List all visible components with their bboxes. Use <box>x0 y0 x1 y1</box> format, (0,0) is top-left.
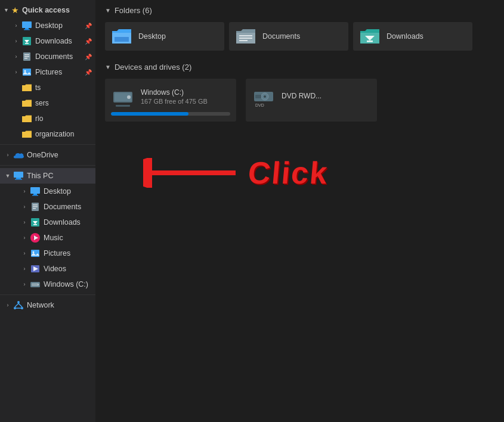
svg-point-58 <box>264 95 266 98</box>
device-item-windows-c[interactable]: Windows (C:) 167 GB free of 475 GB <box>105 79 236 122</box>
progress-fill-windows-c <box>111 112 188 116</box>
chevron-this-pc: ▼ <box>4 173 12 179</box>
svg-rect-48 <box>239 40 248 41</box>
svg-rect-0 <box>22 21 32 28</box>
sidebar-item-music-pc[interactable]: › Music <box>0 230 95 246</box>
folder-item-downloads[interactable]: Downloads <box>353 22 472 51</box>
svg-rect-55 <box>116 105 130 107</box>
device-top-dvd: DVD DVD RWD... <box>252 85 371 108</box>
device-icon-dvd: DVD <box>252 85 276 108</box>
onedrive-label: OneDrive <box>27 151 92 159</box>
quick-access-star-icon: ★ <box>11 5 19 15</box>
arrow-container: Click <box>143 155 328 191</box>
folder-item-desktop[interactable]: Desktop <box>105 22 224 51</box>
svg-point-54 <box>127 95 131 99</box>
chevron-music-pc: › <box>20 235 29 241</box>
device-name-windows-c: Windows (C:) <box>141 88 230 97</box>
folder-icon-item5 <box>21 82 32 93</box>
music-pc-icon <box>30 232 41 243</box>
folder-downloads-name: Downloads <box>386 32 423 41</box>
sidebar-item-windows-c[interactable]: › Windows (C:) <box>0 277 95 292</box>
folders-title-text: Folders (6) <box>115 6 152 15</box>
videos-pc-icon <box>30 263 41 274</box>
progress-bar-windows-c <box>111 112 230 116</box>
pictures-icon-qa <box>21 67 32 77</box>
documents-icon-qa <box>21 51 32 62</box>
sidebar-item-downloads-qa[interactable]: › Downloads 📌 <box>0 33 95 49</box>
device-item-dvd[interactable]: DVD DVD RWD... <box>246 79 377 122</box>
sidebar-section-quick-access[interactable]: ▼ ★ Quick access <box>0 2 95 18</box>
item6-label: sers <box>35 99 92 107</box>
pictures-pc-label: Pictures <box>44 249 92 257</box>
sidebar-item-documents-qa[interactable]: › Documents 📌 <box>0 49 95 64</box>
chevron-downloads-qa: › <box>12 38 20 44</box>
pin-icon-pictures: 📌 <box>85 69 92 76</box>
documents-pc-icon <box>30 201 41 212</box>
desktop-icon <box>21 20 32 31</box>
folder-icon-item6 <box>21 98 32 108</box>
device-info-dvd: DVD RWD... <box>282 92 371 101</box>
pictures-pc-icon <box>30 248 41 259</box>
folder-item-documents[interactable]: Documents <box>229 22 348 51</box>
downloads-pc-icon <box>30 217 41 228</box>
folder-icon-item8 <box>21 129 32 139</box>
chevron-downloads-pc: › <box>20 219 29 225</box>
svg-rect-10 <box>23 69 31 76</box>
sidebar-item-network[interactable]: › Network <box>0 297 95 313</box>
sidebar-item-onedrive[interactable]: › OneDrive <box>0 147 95 163</box>
sidebar-item-pictures-pc[interactable]: › Pictures <box>0 246 95 261</box>
folder-icon-documents <box>235 26 256 47</box>
chevron-network: › <box>4 302 12 308</box>
folders-grid: Desktop Documents <box>105 22 494 51</box>
svg-rect-16 <box>30 187 40 194</box>
sidebar-item-videos-pc[interactable]: › Videos <box>0 261 95 277</box>
chevron-documents-pc: › <box>20 204 29 210</box>
svg-rect-14 <box>16 178 21 179</box>
desktop-pc-label: Desktop <box>44 187 92 196</box>
svg-rect-13 <box>14 172 23 178</box>
annotation-arrow <box>143 158 239 188</box>
click-annotation: Click <box>143 155 328 191</box>
windows-c-label: Windows (C:) <box>44 280 92 288</box>
item8-label: organization <box>35 130 92 138</box>
onedrive-icon <box>13 150 24 160</box>
pin-icon-desktop: 📌 <box>85 23 92 29</box>
sidebar-item-item7[interactable]: rlo <box>0 111 95 126</box>
sidebar-item-desktop-qa[interactable]: › Desktop 📌 <box>0 18 95 33</box>
svg-rect-51 <box>367 41 373 42</box>
chevron-pictures-pc: › <box>20 250 29 256</box>
downloads-icon-qa <box>21 36 32 46</box>
svg-rect-9 <box>24 58 27 59</box>
svg-point-36 <box>38 284 39 286</box>
quick-access-label: Quick access <box>22 6 70 14</box>
svg-rect-15 <box>15 179 22 180</box>
item5-label: ts <box>35 83 92 92</box>
chevron-pictures-qa: › <box>12 69 20 75</box>
svg-line-40 <box>15 303 18 307</box>
sidebar-item-downloads-pc[interactable]: › Downloads <box>0 215 95 230</box>
sidebar-item-pictures-qa[interactable]: › Pictures 📌 <box>0 64 95 80</box>
svg-rect-47 <box>239 38 252 39</box>
svg-rect-7 <box>24 54 29 55</box>
chevron-windows-c: › <box>20 281 29 287</box>
chevron-onedrive: › <box>4 152 12 158</box>
svg-rect-20 <box>33 204 38 206</box>
svg-rect-17 <box>33 194 37 195</box>
desktop-pc-icon <box>30 186 41 197</box>
sidebar-item-this-pc[interactable]: ▼ This PC <box>0 168 95 184</box>
folders-section-title: ▼ Folders (6) <box>105 6 494 15</box>
sidebar-item-documents-pc[interactable]: › Documents <box>0 199 95 215</box>
folder-icon-downloads <box>359 26 381 47</box>
documents-pc-label: Documents <box>44 203 92 211</box>
documents-qa-label: Documents <box>35 52 85 61</box>
sidebar-item-desktop-pc[interactable]: › Desktop <box>0 184 95 199</box>
sidebar-item-item5[interactable]: ts <box>0 80 95 95</box>
sidebar-item-item8[interactable]: organization <box>0 126 95 142</box>
device-name-dvd: DVD RWD... <box>282 92 371 100</box>
windows-c-icon <box>30 279 41 290</box>
svg-rect-25 <box>33 224 37 225</box>
sidebar-item-item6[interactable]: sers <box>0 95 95 111</box>
folder-icon-item7 <box>21 113 32 124</box>
svg-rect-2 <box>24 29 30 30</box>
svg-rect-59 <box>255 95 261 98</box>
